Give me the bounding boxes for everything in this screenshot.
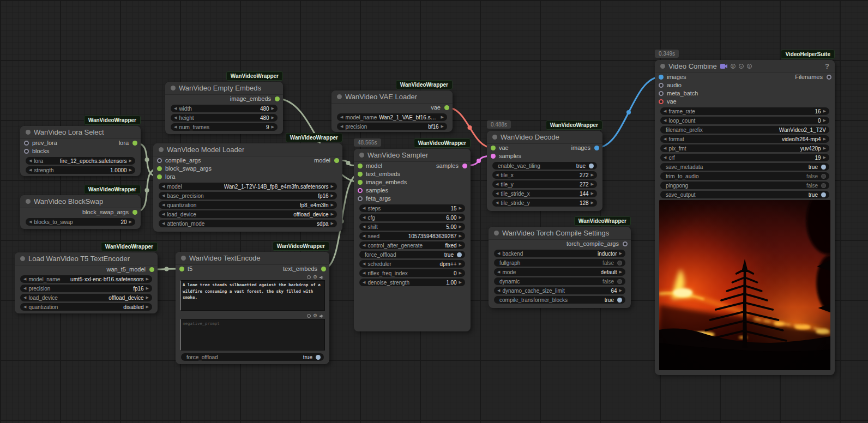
collapse-dot-icon[interactable] [159,147,164,152]
increment-arrow-icon[interactable]: ▶ [146,275,149,283]
input-port-blocks[interactable] [24,149,29,154]
decrement-arrow-icon[interactable]: ◀ [174,105,177,112]
link-midpoint-dot[interactable] [468,125,472,130]
circle-icon[interactable] [307,314,311,318]
badge-plus-icon[interactable]: + [739,64,744,69]
output-port-lora[interactable] [132,141,137,146]
node-graph-canvas[interactable]: WanVideoWrapperWanVideo Lora Selectprev_… [0,0,868,423]
decrement-arrow-icon[interactable]: ◀ [162,183,165,190]
increment-arrow-icon[interactable]: ▶ [146,303,149,311]
decrement-arrow-icon[interactable]: ◀ [664,135,666,143]
decrement-arrow-icon[interactable]: ◀ [496,190,498,197]
node-blockswap[interactable]: WanVideoWrapperWanVideo BlockSwapblock_s… [20,195,141,229]
toggle-dot[interactable] [821,183,826,188]
input-port-samples[interactable] [358,188,363,193]
decrement-arrow-icon[interactable]: ◀ [363,204,365,212]
prompt-textarea[interactable]: A lone tree stands silhouetted against t… [180,280,325,311]
increment-arrow-icon[interactable]: ▶ [129,157,132,165]
increment-arrow-icon[interactable]: ▶ [591,190,594,197]
decrement-arrow-icon[interactable]: ◀ [162,220,165,227]
decrement-arrow-icon[interactable]: ◀ [497,287,500,294]
increment-arrow-icon[interactable]: ▶ [823,107,826,115]
link-midpoint-dot[interactable] [626,110,631,114]
decrement-arrow-icon[interactable]: ◀ [23,275,26,283]
decrement-arrow-icon[interactable]: ◀ [174,123,177,131]
node-title-bar[interactable]: WanVideo Lora Select [20,126,141,139]
combo-widget-attention_mode[interactable]: ◀attention_modesdpa▶ [159,220,337,227]
number-widget-width[interactable]: ◀width480▶ [171,105,278,112]
decrement-arrow-icon[interactable]: ◀ [496,199,498,207]
input-port-block_swap_args[interactable] [157,166,162,171]
collapse-dot-icon[interactable] [359,153,364,158]
increment-arrow-icon[interactable]: ▶ [331,183,334,190]
increment-arrow-icon[interactable]: ▶ [823,144,826,152]
number-widget-strength[interactable]: ◀strength1.0000▶ [26,166,135,174]
increment-arrow-icon[interactable]: ▶ [823,135,826,143]
node-textencode[interactable]: WanVideoWrapperWanVideo TextEncodet5text… [176,252,329,364]
increment-arrow-icon[interactable]: ▶ [619,268,622,276]
number-widget-height[interactable]: ◀height480▶ [171,114,278,122]
node-title-bar[interactable]: WanVideo Torch Compile Settings [489,227,631,240]
decrement-arrow-icon[interactable]: ◀ [29,157,32,165]
node-title-bar[interactable]: WanVideo Model Loader [153,143,342,156]
increment-arrow-icon[interactable]: ▶ [459,241,462,249]
number-widget-seed[interactable]: ◀seed1057359483639287▶ [359,232,465,240]
increment-arrow-icon[interactable]: ▶ [331,220,334,227]
increment-arrow-icon[interactable]: ▶ [619,250,622,257]
combo-widget-mode[interactable]: ◀modedefault▶ [494,268,625,276]
increment-arrow-icon[interactable]: ▶ [272,123,274,131]
node-sampler[interactable]: 48.565sWanVideoWrapperWanVideo Samplermo… [354,149,471,331]
toggle-dot[interactable] [589,164,594,168]
increment-arrow-icon[interactable]: ▶ [459,279,462,286]
increment-arrow-icon[interactable]: ▶ [272,114,274,122]
input-port-vae[interactable] [659,99,664,104]
combo-widget-load_device[interactable]: ◀load_deviceoffload_device▶ [159,210,337,218]
decrement-arrow-icon[interactable]: ◀ [497,250,500,257]
collapse-dot-icon[interactable] [337,94,342,99]
collapse-dot-icon[interactable] [660,64,665,69]
node-title-bar[interactable]: WanVideo Empty Embeds [165,82,283,95]
input-port-t5[interactable] [179,267,184,271]
number-widget-frame_rate[interactable]: ◀frame_rate16▶ [660,107,829,115]
node-title-bar[interactable]: WanVideo Sampler [354,149,471,162]
input-port-feta_args[interactable] [358,196,363,201]
combo-widget-base_precision[interactable]: ◀base_precisionfp16▶ [159,192,337,200]
decrement-arrow-icon[interactable]: ◀ [363,269,365,277]
badge-0-icon[interactable]: 0 [731,64,736,69]
increment-arrow-icon[interactable]: ▶ [591,171,594,179]
number-widget-loop_count[interactable]: ◀loop_count0▶ [660,117,829,124]
combo-widget-precision[interactable]: ◀precisionbf16▶ [337,123,447,130]
negative-prompt-textarea[interactable]: negative_prompt [180,319,325,351]
decrement-arrow-icon[interactable]: ◀ [23,285,26,292]
node-video-combine[interactable]: 0.349sVideoHelperSuiteVideo Combine0+S?i… [655,60,835,375]
toggle-dot[interactable] [617,279,622,284]
collapse-dot-icon[interactable] [492,135,497,140]
link-midpoint-dot[interactable] [165,267,169,271]
output-port-text_embeds[interactable] [321,267,326,271]
input-port-meta_batch[interactable] [659,91,664,96]
increment-arrow-icon[interactable]: ▶ [459,260,462,268]
toggle-widget-save_metadata[interactable]: save_metadatatrue [660,163,829,171]
toggle-dot[interactable] [617,261,622,265]
input-port-text_embeds[interactable] [358,172,363,177]
combo-widget-pix_fmt[interactable]: ◀pix_fmtyuv420p▶ [660,144,829,152]
toggle-dot[interactable] [316,355,321,360]
toggle-dot[interactable] [821,174,826,179]
node-vae-loader[interactable]: WanVideoWrapperWanVideo VAE Loadervae◀mo… [331,90,453,132]
node-lora-select[interactable]: WanVideoWrapperWanVideo Lora Selectprev_… [20,126,141,176]
decrement-arrow-icon[interactable]: ◀ [664,144,666,152]
toggle-widget-compile_transformer_blocks[interactable]: compile_transformer_blockstrue [494,296,625,304]
decrement-arrow-icon[interactable]: ◀ [162,192,165,200]
decrement-arrow-icon[interactable]: ◀ [363,279,365,286]
node-title-bar[interactable]: Load WanVideo T5 TextEncoder [15,252,158,265]
increment-arrow-icon[interactable]: ▶ [459,204,462,212]
collapse-dot-icon[interactable] [20,256,25,261]
output-port-Filenames[interactable] [827,75,831,80]
node-title-bar[interactable]: Video Combine0+S? [655,60,835,73]
increment-arrow-icon[interactable]: ▶ [331,210,334,218]
combo-widget-model[interactable]: ◀modelWan2_1-T2V-14B_fp8_e4m3fn.safetens… [159,183,337,190]
input-port-vae[interactable] [491,146,496,150]
decrement-arrow-icon[interactable]: ◀ [664,154,666,161]
decrement-arrow-icon[interactable]: ◀ [496,171,498,179]
gear-icon[interactable]: ⚙ [313,275,317,280]
